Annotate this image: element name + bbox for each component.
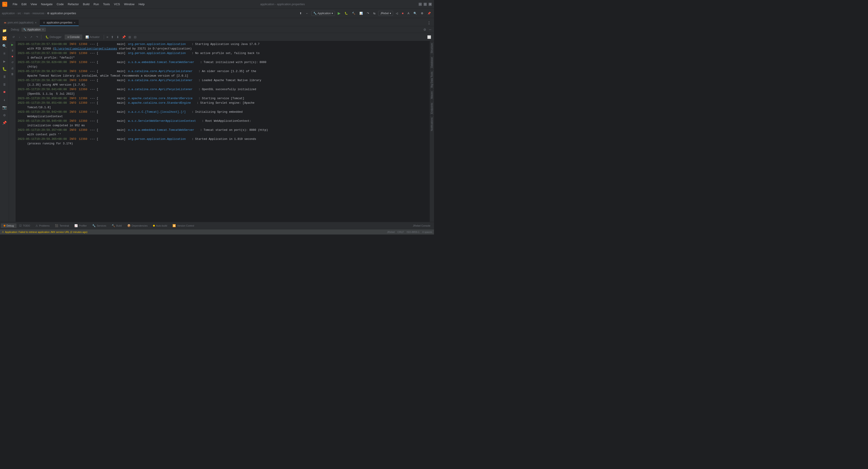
back-forward[interactable]: ⇆ bbox=[372, 11, 377, 16]
path-link-1[interactable]: D:\project\application\target\classes bbox=[55, 47, 117, 51]
logger-7[interactable]: o.apache.catalina.core.StandardService bbox=[126, 96, 193, 101]
breadcrumb-resources[interactable]: resources bbox=[32, 12, 44, 15]
menu-refactor[interactable]: Refactor bbox=[66, 2, 81, 7]
btab-todo[interactable]: ☑ TODO bbox=[17, 223, 33, 228]
btab-autobuild[interactable]: Auto-build bbox=[150, 224, 170, 228]
menu-view[interactable]: View bbox=[29, 2, 39, 7]
coverage-button[interactable]: 📊 bbox=[358, 11, 364, 16]
ctrl-run-to-cursor[interactable]: ↷ bbox=[34, 34, 40, 40]
ctrl-stop[interactable]: ■ bbox=[10, 54, 15, 59]
right-label-bigdata[interactable]: Big Data Tools bbox=[430, 70, 434, 90]
status-indent[interactable]: 4 spaces bbox=[422, 231, 432, 233]
breadcrumb-file[interactable]: ⚙ application.properties bbox=[47, 12, 76, 15]
btab-debug[interactable]: Debug bbox=[1, 224, 17, 228]
debug-button[interactable]: 🐛 bbox=[343, 11, 349, 16]
sidebar-icon-settings[interactable]: ⚙ bbox=[1, 111, 8, 119]
btab-versioncontrol[interactable]: 🔀 Version Control bbox=[170, 223, 197, 228]
tab-properties[interactable]: ⚙ application.properties ✕ bbox=[40, 20, 79, 26]
run-button[interactable]: ▶ bbox=[336, 10, 342, 16]
translate-button[interactable]: A bbox=[406, 11, 411, 16]
sidebar-icon-search[interactable]: 🔍 bbox=[1, 42, 8, 50]
console-expand-btn[interactable]: ⬜ bbox=[426, 35, 432, 39]
step-over-button[interactable]: ↷ bbox=[366, 11, 370, 16]
sidebar-icon-project[interactable]: 📁 bbox=[1, 27, 8, 34]
btab-profiler[interactable]: 📈 Profiler bbox=[72, 223, 90, 228]
ctrl-restart[interactable]: ↺ bbox=[11, 34, 16, 40]
menu-edit[interactable]: Edit bbox=[20, 2, 28, 7]
ctrl-step-out[interactable]: ↗ bbox=[29, 34, 34, 40]
pin-button[interactable]: 📌 bbox=[426, 11, 432, 16]
console-filter-btn[interactable]: ≡ bbox=[105, 35, 110, 39]
breadcrumb-src[interactable]: src bbox=[18, 12, 21, 15]
run-config-selector[interactable]: 🔧 Application ▾ bbox=[311, 11, 335, 16]
sidebar-icon-camera[interactable]: 📷 bbox=[1, 104, 8, 111]
right-label-database[interactable]: Database bbox=[430, 55, 434, 70]
debug-session-tab[interactable]: 🔧 Application ✕ bbox=[22, 28, 46, 32]
ctrl-pause[interactable]: ⏸ bbox=[10, 48, 15, 53]
logger-5[interactable]: o.a.catalina.core.AprLifecycleListener bbox=[126, 78, 193, 83]
console-grid-btn[interactable]: ⊞ bbox=[127, 35, 132, 39]
right-label-structure[interactable]: Structure bbox=[430, 41, 434, 55]
ctrl-step-into[interactable]: ↘ bbox=[23, 34, 28, 40]
console-output[interactable]: 2023-05-11T19:29:57.934+08:00 INFO 12360… bbox=[16, 41, 430, 222]
btab-services[interactable]: 🔧 Services bbox=[90, 223, 109, 228]
sidebar-icon-pin[interactable]: 📌 bbox=[1, 119, 8, 127]
menu-tools[interactable]: Tools bbox=[101, 2, 112, 7]
right-label-endpoints[interactable]: Endpoints bbox=[430, 101, 434, 116]
logger-3[interactable]: o.s.b.w.embedded.tomcat.TomcatWebServer bbox=[126, 60, 194, 65]
jrebel-button[interactable]: JRebel ▾ bbox=[378, 11, 393, 16]
sidebar-icon-structure[interactable]: ≡ bbox=[1, 50, 8, 57]
menu-file[interactable]: File bbox=[11, 2, 19, 7]
right-label-maven[interactable]: Maven bbox=[430, 89, 434, 101]
logger-1[interactable]: org.person.application.Application bbox=[126, 42, 186, 46]
logger-4[interactable]: o.a.catalina.core.AprLifecycleListener bbox=[126, 69, 193, 74]
console-scroll-up[interactable]: ⬆ bbox=[110, 35, 115, 39]
tab-properties-close[interactable]: ✕ bbox=[74, 22, 75, 24]
ctrl-rerun[interactable]: ↺ bbox=[10, 60, 15, 65]
menu-code[interactable]: Code bbox=[55, 2, 66, 7]
btab-terminal[interactable]: ⬛ Terminal bbox=[52, 223, 72, 228]
sidebar-icon-vcs[interactable]: 🔀 bbox=[1, 35, 8, 42]
logger-8[interactable]: o.apache.catalina.core.StandardEngine bbox=[126, 101, 191, 105]
ctrl-print[interactable]: 🖨 bbox=[10, 66, 15, 71]
logger-12[interactable]: org.person.application.Application bbox=[126, 137, 186, 141]
search-button[interactable]: 🔍 bbox=[412, 11, 418, 16]
settings-button[interactable]: ⚙ bbox=[420, 11, 425, 16]
logger-11[interactable]: o.s.b.w.embedded.tomcat.TomcatWebServer bbox=[126, 128, 194, 132]
sidebar-icon-pause[interactable]: ⏸ bbox=[1, 73, 8, 80]
menu-run[interactable]: Run bbox=[92, 2, 101, 7]
logger-2[interactable]: org.person.application.Application bbox=[126, 51, 186, 56]
sidebar-icon-list[interactable]: ≣ bbox=[1, 81, 8, 88]
breadcrumb-app[interactable]: application bbox=[2, 12, 15, 15]
stop-button[interactable]: ■ bbox=[401, 11, 405, 16]
tab-pom-close[interactable]: ✕ bbox=[35, 22, 37, 24]
debug-tab-actuator[interactable]: 📊 Actuator bbox=[83, 35, 102, 39]
btab-dependencies[interactable]: 📦 Dependencies bbox=[125, 223, 150, 228]
breadcrumb-main[interactable]: main bbox=[24, 12, 30, 15]
menu-build[interactable]: Build bbox=[81, 2, 91, 7]
console-pin-btn[interactable]: 📌 bbox=[121, 35, 127, 39]
logger-6[interactable]: o.a.catalina.core.AprLifecycleListener bbox=[126, 87, 193, 92]
console-scroll-down[interactable]: ⬇ bbox=[115, 35, 120, 39]
maximize-button[interactable]: □ bbox=[424, 3, 427, 6]
close-button[interactable]: ✕ bbox=[429, 3, 432, 6]
console-layout-btn[interactable]: ⊟ bbox=[133, 35, 138, 39]
tab-pom[interactable]: m pom.xml (application) ✕ bbox=[1, 20, 40, 26]
menu-navigate[interactable]: Navigate bbox=[39, 2, 54, 7]
btab-jrebel-console[interactable]: JRebel Console bbox=[410, 224, 433, 228]
sidebar-icon-step[interactable]: ↡ bbox=[1, 96, 8, 103]
tab-overflow-button[interactable]: ⋮ bbox=[426, 20, 432, 26]
menu-vcs[interactable]: VCS bbox=[112, 2, 122, 7]
btab-build[interactable]: 🔨 Build bbox=[109, 223, 124, 228]
menu-window[interactable]: Window bbox=[122, 2, 136, 7]
bookmark-button[interactable]: ◁ bbox=[395, 11, 399, 16]
logger-9[interactable]: o.a.c.c.C.[Tomcat].[localhost].[/] bbox=[126, 110, 186, 114]
debug-settings-button[interactable]: ⚙ bbox=[423, 27, 427, 32]
ctrl-clear[interactable]: 🗑 bbox=[10, 71, 15, 77]
minimize-button[interactable]: ─ bbox=[418, 3, 422, 6]
debug-tab-debugger[interactable]: 🐛 Debugger bbox=[43, 35, 64, 39]
debug-session-close[interactable]: ✕ bbox=[42, 28, 44, 31]
menu-help[interactable]: Help bbox=[137, 2, 147, 7]
sidebar-icon-run[interactable]: ▶ bbox=[1, 58, 8, 65]
sidebar-icon-stop[interactable]: ■ bbox=[1, 89, 8, 96]
